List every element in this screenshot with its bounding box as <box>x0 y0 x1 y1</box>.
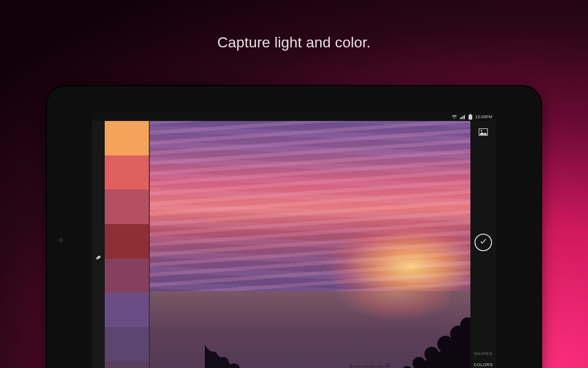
tablet-camera <box>59 238 63 243</box>
swatch-1[interactable] <box>105 155 149 190</box>
svg-point-22 <box>209 351 218 361</box>
app-root: SHAPES COLORS LOOKS PATTERNS <box>92 121 496 368</box>
svg-point-23 <box>218 357 229 368</box>
wifi-icon <box>452 115 457 119</box>
swatch-3[interactable] <box>105 224 149 259</box>
mode-tabs: SHAPES COLORS LOOKS PATTERNS <box>470 347 496 368</box>
photo-canvas[interactable] <box>149 121 470 368</box>
svg-rect-3 <box>464 115 465 119</box>
svg-rect-2 <box>463 116 464 119</box>
signal-icon <box>460 115 465 119</box>
tab-shapes[interactable]: SHAPES <box>470 351 496 356</box>
status-bar: 12:00PM <box>92 113 496 121</box>
svg-rect-0 <box>460 118 461 119</box>
swatch-7[interactable] <box>105 361 149 368</box>
right-toolbar: SHAPES COLORS LOOKS PATTERNS <box>470 121 496 368</box>
check-icon <box>480 238 486 247</box>
svg-rect-9 <box>351 364 351 367</box>
svg-point-16 <box>401 366 413 368</box>
left-toolbar <box>92 121 105 368</box>
svg-point-19 <box>437 336 454 352</box>
tree-left <box>205 342 278 368</box>
swatch-5[interactable] <box>105 293 149 327</box>
svg-rect-1 <box>461 117 462 119</box>
svg-rect-5 <box>469 115 472 120</box>
svg-rect-10 <box>358 364 359 367</box>
status-time: 12:00PM <box>475 115 492 119</box>
svg-point-17 <box>413 357 425 368</box>
battery-icon <box>468 114 473 120</box>
swatch-4[interactable] <box>105 259 149 293</box>
swatch-6[interactable] <box>105 327 149 362</box>
eraser-icon[interactable] <box>94 253 102 264</box>
svg-point-18 <box>424 347 439 362</box>
svg-rect-4 <box>469 114 471 115</box>
gallery-icon[interactable] <box>479 128 488 138</box>
promo-tagline: Capture light and color. <box>0 34 588 51</box>
svg-point-28 <box>481 130 482 131</box>
tablet-frame: 12:00PM <box>46 85 542 368</box>
tab-colors[interactable]: COLORS <box>470 362 496 367</box>
swatch-2[interactable] <box>105 190 149 224</box>
swatch-0[interactable] <box>105 121 149 155</box>
color-swatch-column <box>105 121 149 368</box>
tree-right <box>365 269 470 368</box>
tablet-screen: 12:00PM <box>92 113 496 368</box>
confirm-button[interactable] <box>475 234 492 251</box>
promo-stage: Capture light and color. 12:00PM <box>0 0 588 368</box>
